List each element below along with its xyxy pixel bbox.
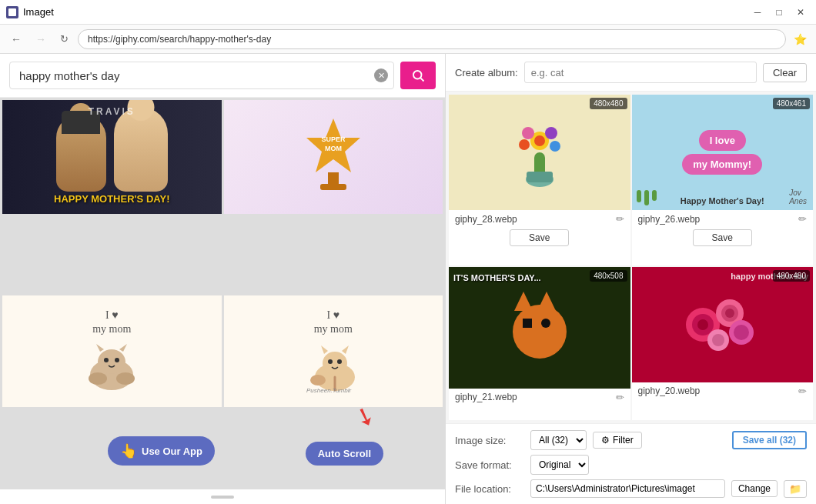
gif-happy-text: HAPPY MOTHER'S DAY! <box>54 193 169 205</box>
gif-item-cat1[interactable]: I ♥my mom <box>2 295 222 407</box>
image-info-1: giphy_28.webp ✏ <box>449 210 630 228</box>
svg-point-12 <box>104 358 109 362</box>
search-area: ✕ <box>0 54 445 98</box>
image-thumb-4[interactable]: happy mothers day 480x480 <box>632 267 814 382</box>
scroll-indicator[interactable] <box>211 496 234 499</box>
svg-point-17 <box>323 352 347 375</box>
gif-item-trophy[interactable]: SUPER MOM <box>224 100 443 214</box>
svg-rect-0 <box>8 8 16 16</box>
img-badge-3: 480x508 <box>590 270 627 282</box>
svg-point-9 <box>98 349 125 374</box>
search-button[interactable] <box>400 62 436 89</box>
save-format-row: Save format: Original <box>455 455 807 475</box>
close-button[interactable]: ✕ <box>791 3 810 22</box>
auto-scroll-button[interactable]: Auto Scroll <box>306 442 383 466</box>
file-location-row: File location: Change 📁 <box>455 479 807 498</box>
svg-point-1 <box>413 71 422 79</box>
image-grid: 480x480 giphy_28.webp ✏ Save I love my M… <box>446 92 816 423</box>
svg-marker-19 <box>342 345 349 354</box>
search-input-wrap: ✕ <box>9 62 394 89</box>
app-logo <box>6 6 18 18</box>
image-size-select[interactable]: All (32) <box>530 430 587 450</box>
svg-marker-18 <box>321 345 328 354</box>
svg-point-27 <box>534 135 545 146</box>
file-path-input[interactable] <box>530 479 725 498</box>
save-all-button[interactable]: Save all (32) <box>732 431 807 449</box>
svg-marker-10 <box>96 344 104 352</box>
svg-point-29 <box>545 127 557 139</box>
svg-point-22 <box>310 375 326 386</box>
image-thumb-2[interactable]: I love my Mommy! JovAnes Happy Mother's … <box>632 95 814 210</box>
folder-button[interactable]: 📁 <box>784 480 807 498</box>
cat-svg-1 <box>81 340 142 394</box>
svg-point-43 <box>712 334 724 346</box>
image-name-2: giphy_26.webp <box>638 214 701 225</box>
svg-point-14 <box>89 372 107 385</box>
save-button-2[interactable]: Save <box>693 229 752 246</box>
svg-point-30 <box>519 139 530 150</box>
svg-rect-5 <box>320 184 346 190</box>
album-label: Create album: <box>455 67 518 78</box>
svg-point-28 <box>522 127 534 139</box>
img-badge-4: 480x480 <box>773 270 810 282</box>
main-layout: ✕ <box>0 54 816 504</box>
image-card-3: IT'S MOTHER'S DAY... 480x508 giphy_21.we… <box>449 267 630 421</box>
album-bar: Create album: Clear <box>446 54 816 92</box>
save-format-label: Save format: <box>455 459 524 471</box>
image-info-3: giphy_21.webp ✏ <box>449 389 630 406</box>
maximize-button[interactable]: □ <box>770 3 788 22</box>
browser-bar: ← → ↻ ⭐ <box>0 25 816 54</box>
save-format-select[interactable]: Original <box>530 455 589 475</box>
edit-icon-1[interactable]: ✏ <box>616 213 624 225</box>
use-app-label: Use Our App <box>142 446 202 457</box>
img-badge-2: 480x461 <box>773 98 810 109</box>
filter-button[interactable]: ⚙ Filter <box>593 432 642 449</box>
back-button[interactable]: ← <box>6 30 26 48</box>
svg-text:Pusheen.Tumblr: Pusheen.Tumblr <box>306 387 351 394</box>
minimize-button[interactable]: ─ <box>748 3 767 22</box>
titlebar: Imaget ─ □ ✕ <box>0 0 816 25</box>
edit-icon-2[interactable]: ✏ <box>798 213 807 225</box>
image-thumb-3[interactable]: IT'S MOTHER'S DAY... 480x508 <box>449 267 630 389</box>
refresh-button[interactable]: ↻ <box>55 30 73 48</box>
image-card-1: 480x480 giphy_28.webp ✏ Save <box>449 95 630 265</box>
clear-button[interactable]: Clear <box>763 63 807 82</box>
filter-icon: ⚙ <box>601 435 610 446</box>
search-input[interactable] <box>9 62 394 89</box>
roses-svg <box>680 286 764 363</box>
svg-rect-4 <box>328 172 339 184</box>
gif-item-people[interactable]: HAPPY MOTHER'S DAY! TRAVIS <box>2 100 222 214</box>
image-size-row: Image size: All (32) ⚙ Filter Save all (… <box>455 430 807 450</box>
browser-content: ✕ <box>0 54 445 504</box>
filter-label: Filter <box>613 435 634 446</box>
bookmark-button[interactable]: ⭐ <box>791 30 810 48</box>
svg-point-31 <box>550 141 560 152</box>
right-panel: Create album: Clear <box>445 54 816 504</box>
image-card-4: happy mothers day 480x480 giphy_20.webp … <box>632 267 814 421</box>
svg-rect-33 <box>527 172 553 182</box>
image-info-4: giphy_20.webp ✏ <box>632 382 814 400</box>
cat-svg-2: Pusheen.Tumblr <box>303 340 364 394</box>
image-thumb-1[interactable]: 480x480 <box>449 95 630 210</box>
hand-icon: 👆 <box>120 442 137 459</box>
image-info-2: giphy_26.webp ✏ <box>632 210 814 228</box>
forward-button[interactable]: → <box>31 30 51 48</box>
search-clear-button[interactable]: ✕ <box>374 68 388 82</box>
bottom-controls: Image size: All (32) ⚙ Filter Save all (… <box>446 423 816 504</box>
save-button-1[interactable]: Save <box>510 229 569 246</box>
flowers-svg <box>505 114 574 191</box>
svg-text:SUPER: SUPER <box>321 135 346 143</box>
svg-point-36 <box>697 319 708 330</box>
gif-grid: HAPPY MOTHER'S DAY! TRAVIS SUPER MOM <box>0 98 445 489</box>
image-name-3: giphy_21.webp <box>455 392 517 402</box>
use-app-button[interactable]: 👆 Use Our App <box>108 436 215 466</box>
edit-icon-3[interactable]: ✏ <box>616 392 624 403</box>
svg-point-15 <box>116 372 135 385</box>
svg-line-2 <box>420 78 423 81</box>
gif-item-cat2[interactable]: I ♥my mom Pusheen.Tumblr <box>224 295 443 407</box>
album-input[interactable] <box>524 62 757 83</box>
url-bar[interactable] <box>78 29 786 49</box>
travis-watermark: TRAVIS <box>89 106 135 117</box>
change-button[interactable]: Change <box>731 480 778 497</box>
edit-icon-4[interactable]: ✏ <box>798 386 807 397</box>
